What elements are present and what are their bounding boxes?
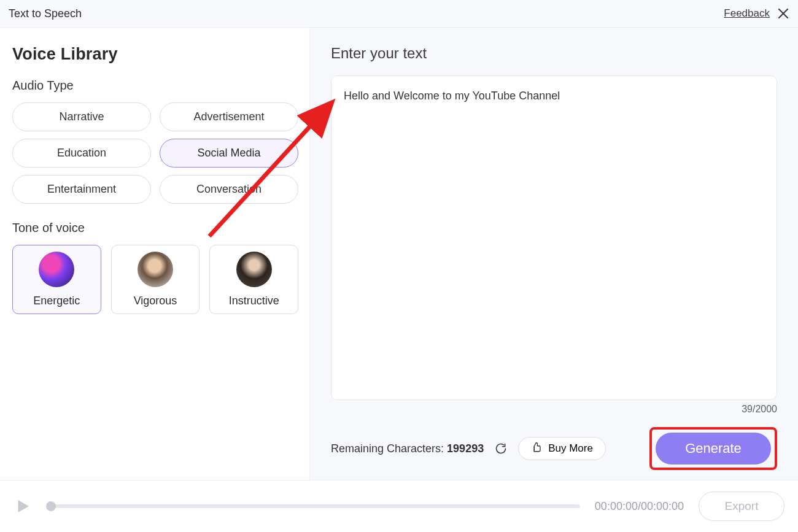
text-input[interactable] — [331, 75, 777, 400]
svg-marker-4 — [18, 500, 29, 512]
timecode: 00:00:00/00:00:00 — [595, 500, 684, 513]
tone-vigorous[interactable]: Vigorous — [111, 245, 200, 314]
audio-type-education[interactable]: Education — [12, 139, 151, 168]
feedback-link[interactable]: Feedback — [724, 7, 770, 20]
thumbs-up-icon — [531, 442, 542, 456]
audio-type-advertisement[interactable]: Advertisement — [160, 102, 298, 131]
titlebar: Text to Speech Feedback — [0, 0, 798, 28]
voice-library-panel: Voice Library Audio Type Narrative Adver… — [0, 28, 310, 480]
remaining-chars-value: 199293 — [447, 442, 484, 455]
char-count: 39/2000 — [331, 404, 777, 415]
buy-more-button[interactable]: Buy More — [518, 437, 606, 460]
audio-type-grid: Narrative Advertisement Education Social… — [12, 102, 298, 204]
enter-text-heading: Enter your text — [331, 45, 777, 62]
audio-type-narrative[interactable]: Narrative — [12, 102, 151, 131]
remaining-chars-row: Remaining Characters: 199293 Buy More — [331, 437, 606, 460]
refresh-icon[interactable] — [495, 442, 507, 455]
audio-type-entertainment[interactable]: Entertainment — [12, 175, 151, 204]
seek-thumb[interactable] — [46, 501, 56, 511]
editor-panel: Enter your text 39/2000 Remaining Charac… — [310, 28, 798, 480]
window-title: Text to Speech — [9, 7, 82, 20]
generate-highlight-box: Generate — [649, 427, 777, 470]
player-bar: 00:00:00/00:00:00 Export — [0, 480, 798, 532]
avatar-energetic — [39, 252, 74, 287]
avatar-instructive — [236, 252, 272, 287]
voice-library-heading: Voice Library — [12, 45, 298, 64]
play-button[interactable] — [14, 497, 32, 515]
audio-type-conversation[interactable]: Conversation — [160, 175, 298, 204]
tone-instructive[interactable]: Instructive — [209, 245, 298, 314]
close-icon[interactable] — [777, 7, 789, 20]
audio-type-label: Audio Type — [12, 79, 298, 93]
tone-of-voice-label: Tone of voice — [12, 221, 298, 235]
tone-row: Energetic Vigorous Instructive — [12, 245, 298, 314]
avatar-vigorous — [138, 252, 173, 287]
tone-energetic[interactable]: Energetic — [12, 245, 101, 314]
seek-track[interactable] — [47, 504, 580, 508]
generate-button[interactable]: Generate — [656, 433, 771, 465]
buy-more-label: Buy More — [548, 442, 593, 455]
audio-type-social-media[interactable]: Social Media — [160, 139, 298, 168]
remaining-chars-label: Remaining Characters: — [331, 442, 444, 455]
export-button[interactable]: Export — [699, 492, 784, 521]
